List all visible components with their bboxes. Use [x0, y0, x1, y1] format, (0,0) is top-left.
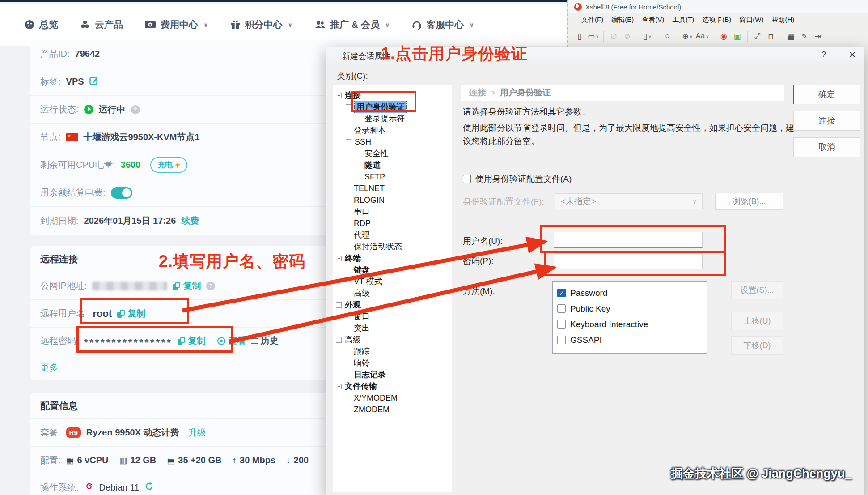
tree-item-跟踪[interactable]: 跟踪: [333, 346, 452, 357]
lock-screen-icon[interactable]: ⊓: [766, 30, 776, 42]
dialog-close-button[interactable]: ✕: [845, 50, 860, 62]
password-history-button[interactable]: 历史: [251, 335, 279, 347]
tree-item-TELNET[interactable]: TELNET: [333, 183, 452, 194]
tree-item-RLOGIN[interactable]: RLOGIN: [333, 194, 452, 206]
nav-item-费用中心[interactable]: 费用中心∨: [144, 18, 208, 31]
cancel-button[interactable]: 取消: [793, 137, 860, 157]
unchecked-checkbox-icon[interactable]: [557, 304, 566, 313]
nav-item-积分中心[interactable]: 积分中心∨: [230, 18, 293, 31]
tree-item-文件传输[interactable]: −文件传输: [333, 380, 452, 392]
tree-item-响铃[interactable]: 响铃: [333, 357, 452, 369]
tree-item-高级[interactable]: 高级: [333, 287, 452, 299]
renew-link[interactable]: 续费: [181, 215, 199, 227]
nav-item-label: 客服中心: [427, 18, 464, 31]
upgrade-link[interactable]: 升级: [188, 427, 206, 439]
move-up-button[interactable]: 上移(U): [731, 312, 783, 330]
disconnect-icon[interactable]: ∅: [608, 30, 619, 42]
tree-item-串口[interactable]: 串口: [333, 206, 452, 218]
logoff-icon[interactable]: ⇥: [813, 30, 823, 42]
tree-item-SSH[interactable]: −SSH: [333, 136, 452, 148]
connect-button[interactable]: 连接: [793, 111, 860, 131]
tree-item-窗口[interactable]: 窗口: [333, 311, 452, 322]
tree-item-安全性[interactable]: 安全性: [333, 148, 452, 159]
auth-profile-combobox[interactable]: <未指定> ∨: [555, 193, 703, 209]
edit-tag-icon[interactable]: [89, 76, 98, 87]
tree-item-X/YMODEM[interactable]: X/YMODEM: [333, 392, 452, 404]
tree-item-ZMODEM[interactable]: ZMODEM: [333, 404, 452, 415]
chevron-down-icon: ∨: [692, 198, 697, 205]
move-down-button[interactable]: 下移(D): [731, 336, 783, 355]
tree-expander-icon[interactable]: −: [336, 384, 342, 389]
reinstall-os-icon[interactable]: [144, 482, 154, 493]
menu-item[interactable]: 工具(T): [672, 16, 694, 24]
tree-expander-icon[interactable]: −: [346, 139, 351, 145]
xshell-app-icon[interactable]: ◉: [719, 30, 729, 42]
tree-item-RDP[interactable]: RDP: [333, 218, 452, 229]
nav-item-总览[interactable]: 总览: [24, 18, 58, 31]
nav-item-推广 & 会员[interactable]: 推广 & 会员∨: [314, 18, 390, 31]
tree-item-日志记录[interactable]: 日志记录: [333, 369, 452, 380]
spec-chip: ▤35 +20 GB: [167, 455, 221, 465]
settings-button[interactable]: 设置(S)...: [731, 281, 783, 299]
tree-item-SFTP[interactable]: SFTP: [333, 171, 452, 183]
tree-item-终端[interactable]: −终端: [333, 252, 452, 264]
username-label: 用户名(U):: [463, 235, 503, 247]
browse-button[interactable]: 浏览(B)...: [715, 193, 783, 210]
method-option-Public Key[interactable]: Public Key: [557, 301, 707, 316]
ok-button[interactable]: 确定: [793, 85, 860, 104]
font-size-icon[interactable]: Aa∨: [695, 30, 709, 42]
tree-expander-icon[interactable]: −: [336, 337, 342, 343]
find-icon[interactable]: ○: [662, 30, 673, 42]
tree-item-保持活动状态[interactable]: 保持活动状态: [333, 241, 452, 252]
tree-expander-icon[interactable]: −: [336, 93, 342, 98]
menu-item[interactable]: 文件(F): [581, 16, 603, 24]
charge-button[interactable]: 充电: [150, 157, 187, 173]
method-option-Password[interactable]: ✓Password: [557, 285, 707, 301]
expire-label: 到期日期:: [40, 215, 79, 227]
unchecked-checkbox-icon[interactable]: [557, 320, 566, 329]
ip-help-icon[interactable]: ?: [206, 282, 215, 290]
menu-item[interactable]: 编辑(E): [611, 16, 634, 24]
fullscreen-icon[interactable]: ⤢: [752, 30, 763, 42]
tree-item-代理[interactable]: 代理: [333, 229, 452, 241]
checked-checkbox-icon[interactable]: ✓: [557, 289, 566, 297]
reconnect-icon[interactable]: ⊘: [622, 30, 632, 42]
dialog-help-button[interactable]: ?: [817, 50, 830, 62]
new-session-icon[interactable]: ▯: [574, 30, 585, 42]
tree-item-键盘[interactable]: 键盘: [333, 264, 452, 276]
more-link[interactable]: 更多: [40, 362, 58, 374]
menu-item[interactable]: 选项卡(B): [702, 16, 731, 24]
nav-item-云产品[interactable]: 云产品: [80, 18, 123, 31]
password-history-label: 历史: [261, 335, 279, 347]
method-option-Keyboard Interactive[interactable]: Keyboard Interactive: [557, 316, 707, 332]
virtual-keyboard-icon[interactable]: ▦: [786, 30, 796, 42]
encoding-icon[interactable]: ⊕∨: [682, 30, 693, 42]
clone-session-icon[interactable]: ▯∨: [642, 30, 652, 42]
method-option-label: Public Key: [570, 304, 610, 314]
xshell-menubar: 文件(F)编辑(E)查看(V)工具(T)选项卡(B)窗口(W)帮助(H): [568, 13, 868, 26]
status-help-icon[interactable]: ?: [131, 105, 140, 114]
menu-item[interactable]: 查看(V): [642, 16, 664, 24]
unchecked-checkbox-icon[interactable]: [557, 336, 566, 344]
use-auth-profile-checkbox[interactable]: 使用身份验证配置文件(A): [463, 172, 572, 186]
compose-icon[interactable]: ✎: [799, 30, 810, 42]
tree-item-登录提示符[interactable]: 登录提示符: [333, 113, 452, 124]
tree-item-突出[interactable]: 突出: [333, 322, 452, 334]
tree-item-外观[interactable]: −外观: [333, 299, 452, 311]
tree-item-隧道[interactable]: 隧道: [333, 159, 452, 171]
xftp-app-icon[interactable]: ▣: [732, 30, 743, 42]
copy-ip-button[interactable]: 复制: [173, 280, 201, 292]
menu-item[interactable]: 帮助(H): [771, 16, 794, 24]
open-folder-icon[interactable]: ▭∨: [588, 30, 599, 42]
balance-billing-toggle[interactable]: [111, 187, 132, 199]
tree-expander-icon[interactable]: −: [336, 256, 342, 261]
method-option-GSSAPI[interactable]: GSSAPI: [557, 332, 707, 348]
tree-item-高级[interactable]: −高级: [333, 334, 452, 346]
tree-item-VT 模式[interactable]: VT 模式: [333, 276, 452, 287]
xshell-titlebar[interactable]: Xshell 8 (Free for Home/School): [568, 0, 868, 13]
menu-item[interactable]: 窗口(W): [739, 16, 763, 24]
method-option-label: Password: [570, 288, 607, 298]
tree-expander-icon[interactable]: −: [336, 302, 342, 308]
nav-item-客服中心[interactable]: 客服中心∨: [411, 18, 474, 31]
tree-item-登录脚本[interactable]: 登录脚本: [333, 124, 452, 136]
